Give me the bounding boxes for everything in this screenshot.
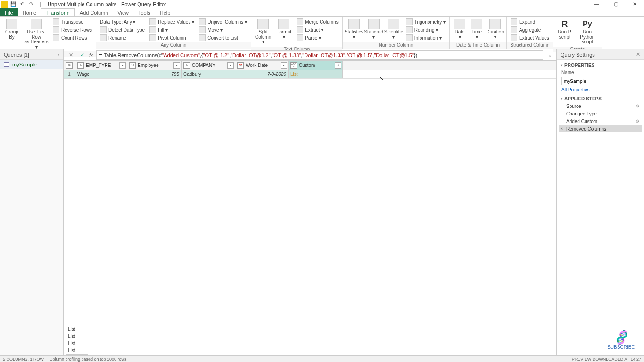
close-button[interactable]: ✕ — [625, 0, 644, 8]
step-changed-type[interactable]: Changed Type — [559, 110, 642, 117]
step-source[interactable]: Source⚙ — [559, 102, 642, 110]
fill-button[interactable]: Fill ▾ — [148, 26, 196, 33]
filter-icon[interactable]: ▾ — [119, 62, 126, 69]
list-item[interactable]: List — [66, 340, 88, 347]
gear-icon[interactable]: ⚙ — [636, 119, 639, 123]
gear-icon[interactable]: ⚙ — [636, 104, 639, 108]
filter-icon[interactable]: ▾ — [227, 62, 234, 69]
statistics-button[interactable]: Statistics▾ — [345, 18, 363, 41]
cell-company[interactable]: Cadbury — [182, 70, 235, 78]
cancel-formula-icon[interactable]: ✕ — [66, 51, 75, 59]
table-row[interactable]: 1 Wage 785 Cadbury 7-9-2020 List — [64, 70, 556, 79]
replace-values-button[interactable]: Replace Values ▾ — [148, 18, 196, 25]
formula-expand-icon[interactable]: ⌄ — [546, 52, 553, 58]
reverse-rows-button[interactable]: Reverse Rows — [51, 26, 94, 33]
cell-emptype[interactable]: Wage — [75, 70, 127, 78]
parse-button[interactable]: Parse ▾ — [295, 34, 340, 41]
maximize-button[interactable]: ▢ — [606, 0, 625, 8]
ribbon: GroupBy Use First Rowas Headers ▾ Transp… — [0, 16, 644, 49]
commit-formula-icon[interactable]: ✓ — [78, 51, 86, 59]
tab-home[interactable]: Home — [18, 8, 41, 16]
properties-section-header[interactable]: PROPERTIES — [557, 60, 644, 69]
transpose-button[interactable]: Transpose — [51, 18, 94, 25]
step-removed-columns[interactable]: Removed Columns — [559, 125, 642, 132]
split-column-button[interactable]: SplitColumn ▾ — [253, 18, 273, 46]
grid-corner[interactable]: ⊞ — [64, 61, 75, 70]
collapse-queries-icon[interactable]: ‹ — [58, 52, 59, 58]
standard-button[interactable]: Standard▾ — [364, 18, 383, 41]
redo-icon[interactable]: ↷ — [27, 1, 35, 8]
applied-steps-header[interactable]: APPLIED STEPS — [557, 93, 644, 102]
data-type-button[interactable]: Data Type: Any ▾ — [98, 18, 147, 25]
formula-input[interactable]: = Table.RemoveColumns(#"Added Custom",{"… — [96, 50, 543, 60]
detect-data-type-button[interactable]: Detect Data Type — [98, 26, 147, 33]
all-properties-link[interactable]: All Properties — [557, 86, 644, 93]
col-header-emptype[interactable]: AEMP_TYPE▾ — [75, 61, 127, 70]
close-settings-icon[interactable]: ✕ — [636, 51, 640, 58]
date-button[interactable]: Date▾ — [452, 18, 468, 41]
col-header-custom[interactable]: ABC123Custom⤢ — [289, 61, 343, 70]
cell-employee[interactable]: 785 — [127, 70, 182, 78]
save-icon[interactable]: 💾 — [9, 1, 17, 8]
duration-button[interactable]: Duration▾ — [486, 18, 504, 41]
run-python-button[interactable]: PyRun Pythonscript — [575, 18, 600, 46]
tab-file[interactable]: File — [0, 8, 18, 16]
fx-icon[interactable]: fx — [89, 52, 93, 58]
status-bar: 5 COLUMNS, 1 ROW Column profiling based … — [0, 355, 644, 362]
minimize-button[interactable]: — — [587, 0, 606, 8]
undo-icon[interactable]: ↶ — [18, 1, 26, 8]
editor-center: ✕ ✓ fx = Table.RemoveColumns(#"Added Cus… — [64, 49, 557, 355]
unpivot-columns-button[interactable]: Unpivot Columns ▾ — [197, 18, 249, 25]
query-settings-header: Query Settings ✕ — [557, 49, 644, 60]
tab-view[interactable]: View — [113, 8, 133, 16]
watermark: 🧬 SUBSCRIBE — [607, 331, 635, 350]
type-any-icon: ABC123 — [290, 62, 297, 69]
row-number[interactable]: 1 — [64, 70, 75, 78]
use-first-row-button[interactable]: Use First Rowas Headers ▾ — [23, 18, 50, 50]
move-button[interactable]: Move ▾ — [197, 26, 249, 33]
extract-values-button[interactable]: Extract Values — [509, 34, 551, 41]
tab-add-column[interactable]: Add Column — [75, 8, 113, 16]
pivot-column-button[interactable]: Pivot Column — [148, 34, 196, 41]
ribbon-group-label: Date & Time Column — [450, 42, 506, 49]
window-title: Unpivot Multiple Column pairs - Power Qu… — [48, 1, 166, 7]
step-added-custom[interactable]: Added Custom⚙ — [559, 117, 642, 125]
type-text-icon: A — [77, 62, 84, 69]
merge-columns-button[interactable]: Merge Columns — [295, 18, 340, 25]
filter-icon[interactable]: ▾ — [281, 62, 287, 69]
ribbon-group-scripts: RRun Rscript PyRun Pythonscript Scripts — [553, 17, 602, 49]
ribbon-tabs: File Home Transform Add Column View Tool… — [0, 8, 644, 16]
list-item[interactable]: List — [66, 326, 88, 333]
rounding-button[interactable]: Rounding ▾ — [404, 26, 447, 33]
list-item[interactable]: List — [66, 347, 88, 354]
col-header-workdate[interactable]: 📅Work Date▾ — [235, 61, 289, 70]
grid-header-row: ⊞ AEMP_TYPE▾ 1²Employee▾ ACOMPANY▾ 📅Work… — [64, 61, 556, 70]
count-rows-button[interactable]: Count Rows — [51, 34, 94, 41]
scientific-button[interactable]: Scientific▾ — [384, 18, 403, 41]
tab-transform[interactable]: Transform — [41, 8, 75, 16]
trigonometry-button[interactable]: Trigonometry ▾ — [404, 18, 447, 25]
time-button[interactable]: Time▾ — [469, 18, 485, 41]
rename-button[interactable]: Rename — [98, 34, 147, 41]
col-header-employee[interactable]: 1²Employee▾ — [127, 61, 182, 70]
expand-column-icon[interactable]: ⤢ — [335, 62, 341, 69]
tab-tools[interactable]: Tools — [133, 8, 155, 16]
cell-custom[interactable]: List — [289, 70, 343, 78]
extract-button[interactable]: Extract ▾ — [295, 26, 340, 33]
col-header-company[interactable]: ACOMPANY▾ — [182, 61, 235, 70]
format-button[interactable]: Format▾ — [274, 18, 294, 41]
aggregate-button[interactable]: Aggregate — [509, 26, 551, 33]
dna-icon: 🧬 — [613, 329, 629, 346]
cell-workdate[interactable]: 7-9-2020 — [235, 70, 289, 78]
filter-icon[interactable]: ▾ — [173, 62, 180, 69]
ribbon-group-text-column: SplitColumn ▾ Format▾ Merge Columns Extr… — [251, 17, 343, 49]
tab-help[interactable]: Help — [155, 8, 175, 16]
expand-button[interactable]: Expand — [509, 18, 551, 25]
list-item[interactable]: List — [66, 333, 88, 340]
group-by-button[interactable]: GroupBy — [2, 18, 22, 41]
query-item-mysample[interactable]: mySample — [0, 60, 63, 69]
run-r-button[interactable]: RRun Rscript — [555, 18, 574, 41]
query-name-input[interactable] — [561, 77, 639, 85]
convert-to-list-button[interactable]: Convert to List — [197, 34, 249, 41]
information-button[interactable]: Information ▾ — [404, 34, 447, 41]
